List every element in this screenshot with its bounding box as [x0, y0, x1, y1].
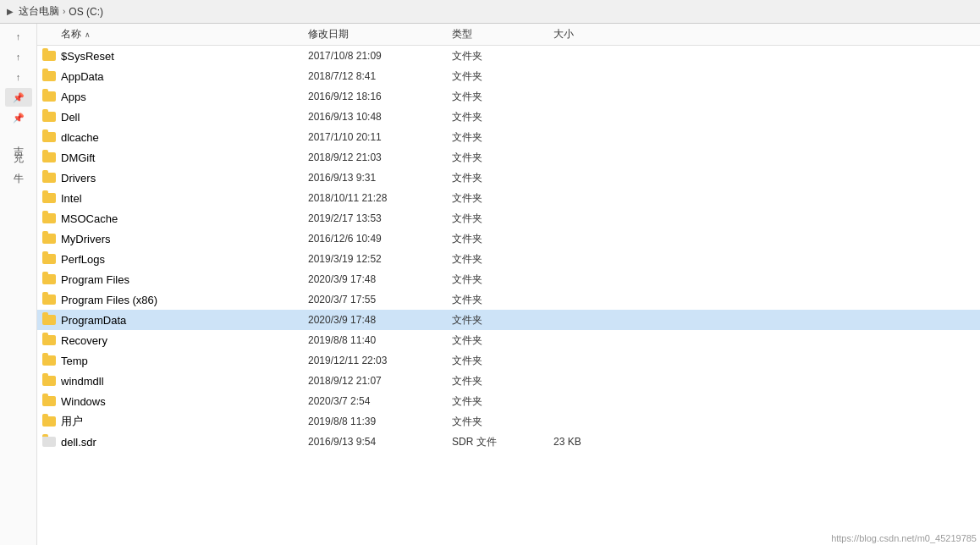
file-type-2: 文件夹: [452, 90, 553, 104]
file-name-10: PerfLogs: [61, 253, 308, 266]
file-date-4: 2017/1/10 20:11: [308, 131, 452, 143]
file-type-17: 文件夹: [452, 394, 553, 409]
file-icon-15: [37, 355, 61, 366]
file-icon-16: [37, 376, 61, 386]
file-date-0: 2017/10/8 21:09: [308, 50, 452, 62]
col-name-label: 名称: [61, 27, 81, 41]
file-name-18: 用户: [61, 414, 308, 429]
col-header-date[interactable]: 修改日期: [308, 27, 452, 41]
file-date-19: 2016/9/13 9:54: [308, 436, 452, 448]
sidebar: ↑ ↑ ↑ 📌 📌 吉 充 牛: [0, 24, 37, 545]
sidebar-pin-btn-2[interactable]: 📌: [5, 108, 32, 127]
file-name-19: dell.sdr: [61, 436, 308, 449]
file-type-1: 文件夹: [452, 69, 553, 84]
table-row[interactable]: Intel 2018/10/11 21:28 文件夹: [37, 188, 980, 208]
file-icon-3: [37, 112, 61, 122]
file-type-10: 文件夹: [452, 252, 553, 267]
file-type-11: 文件夹: [452, 272, 553, 287]
file-date-7: 2018/10/11 21:28: [308, 192, 452, 204]
file-date-8: 2019/2/17 13:53: [308, 212, 452, 224]
table-row[interactable]: windmdll 2018/9/12 21:07 文件夹: [37, 371, 980, 391]
table-row[interactable]: Apps 2016/9/12 18:16 文件夹: [37, 86, 980, 107]
file-name-7: Intel: [61, 192, 308, 205]
file-date-13: 2020/3/9 17:48: [308, 314, 452, 326]
sort-arrow: ∧: [85, 30, 91, 39]
file-type-12: 文件夹: [452, 293, 553, 307]
file-name-3: Dell: [61, 111, 308, 124]
file-type-0: 文件夹: [452, 49, 553, 63]
table-row[interactable]: Drivers 2016/9/13 9:31 文件夹: [37, 168, 980, 188]
table-row[interactable]: 用户 2019/8/8 11:39 文件夹: [37, 411, 980, 432]
file-date-12: 2020/3/7 17:55: [308, 294, 452, 306]
file-date-5: 2018/9/12 21:03: [308, 151, 452, 163]
table-row[interactable]: MyDrivers 2016/12/6 10:49 文件夹: [37, 228, 980, 249]
file-name-4: dlcache: [61, 131, 308, 144]
table-row[interactable]: dell.sdr 2016/9/13 9:54 SDR 文件 23 KB: [37, 432, 980, 452]
file-icon-19: [37, 437, 61, 447]
file-icon-9: [37, 234, 61, 244]
sidebar-niu-btn[interactable]: 牛: [5, 169, 32, 188]
col-header-name[interactable]: 名称 ∧: [37, 27, 308, 41]
file-name-8: MSOCache: [61, 212, 308, 225]
sidebar-ji-btn[interactable]: 吉: [5, 129, 32, 147]
file-icon-6: [37, 173, 61, 183]
table-row[interactable]: MSOCache 2019/2/17 13:53 文件夹: [37, 208, 980, 228]
file-name-5: DMGift: [61, 151, 308, 164]
file-date-14: 2019/8/8 11:40: [308, 334, 452, 346]
table-row[interactable]: dlcache 2017/1/10 20:11 文件夹: [37, 127, 980, 147]
sidebar-chong-btn[interactable]: 充: [5, 149, 32, 168]
sidebar-pin-btn-1[interactable]: 📌: [5, 88, 32, 107]
table-row[interactable]: AppData 2018/7/12 8:41 文件夹: [37, 66, 980, 86]
watermark: https://blog.csdn.net/m0_45219785: [831, 533, 977, 543]
file-icon-11: [37, 274, 61, 284]
file-icon-12: [37, 295, 61, 305]
file-size-19: 23 KB: [553, 436, 638, 448]
file-name-12: Program Files (x86): [61, 294, 308, 306]
table-row[interactable]: PerfLogs 2019/3/19 12:52 文件夹: [37, 249, 980, 269]
table-row[interactable]: ProgramData 2020/3/9 17:48 文件夹: [37, 310, 980, 330]
file-icon-18: [37, 416, 61, 427]
file-date-1: 2018/7/12 8:41: [308, 70, 452, 82]
table-row[interactable]: Windows 2020/3/7 2:54 文件夹: [37, 391, 980, 411]
sidebar-up-btn-3[interactable]: ↑: [5, 68, 32, 86]
table-row[interactable]: Dell 2016/9/13 10:48 文件夹: [37, 107, 980, 127]
file-type-15: 文件夹: [452, 354, 553, 368]
col-header-type[interactable]: 类型: [452, 27, 553, 41]
breadcrumb-os-c[interactable]: OS (C:): [69, 6, 103, 18]
sidebar-up-btn-2[interactable]: ↑: [5, 47, 32, 66]
file-name-9: MyDrivers: [61, 233, 308, 245]
table-row[interactable]: Temp 2019/12/11 22:03 文件夹: [37, 350, 980, 371]
file-type-16: 文件夹: [452, 374, 553, 388]
file-icon-0: [37, 51, 61, 61]
breadcrumb-separator-1: ›: [63, 7, 65, 16]
file-name-16: windmdll: [61, 375, 308, 388]
table-row[interactable]: Program Files (x86) 2020/3/7 17:55 文件夹: [37, 289, 980, 310]
file-date-11: 2020/3/9 17:48: [308, 273, 452, 285]
content-area: 名称 ∧ 修改日期 类型 大小 $SysReset 2017/10/8 21:0…: [37, 24, 980, 545]
file-name-0: $SysReset: [61, 50, 308, 63]
table-row[interactable]: Recovery 2019/8/8 11:40 文件夹: [37, 330, 980, 350]
file-name-1: AppData: [61, 70, 308, 83]
column-header: 名称 ∧ 修改日期 类型 大小: [37, 24, 980, 46]
file-name-13: ProgramData: [61, 314, 308, 327]
file-type-4: 文件夹: [452, 130, 553, 145]
file-type-9: 文件夹: [452, 232, 553, 246]
breadcrumb-back-icon[interactable]: ▶: [7, 7, 14, 16]
file-type-19: SDR 文件: [452, 435, 553, 449]
table-row[interactable]: $SysReset 2017/10/8 21:09 文件夹: [37, 46, 980, 66]
table-row[interactable]: Program Files 2020/3/9 17:48 文件夹: [37, 269, 980, 289]
file-date-2: 2016/9/12 18:16: [308, 91, 452, 102]
file-date-3: 2016/9/13 10:48: [308, 111, 452, 123]
file-type-18: 文件夹: [452, 415, 553, 429]
col-header-size[interactable]: 大小: [553, 27, 638, 41]
sidebar-up-btn-1[interactable]: ↑: [5, 27, 32, 46]
file-date-16: 2018/9/12 21:07: [308, 375, 452, 387]
file-type-5: 文件夹: [452, 151, 553, 165]
file-date-9: 2016/12/6 10:49: [308, 233, 452, 245]
breadcrumb-bar: ▶ 这台电脑 › OS (C:): [0, 0, 980, 24]
table-row[interactable]: DMGift 2018/9/12 21:03 文件夹: [37, 147, 980, 168]
file-date-17: 2020/3/7 2:54: [308, 395, 452, 407]
breadcrumb-this-pc[interactable]: 这台电脑: [19, 4, 59, 19]
file-type-6: 文件夹: [452, 171, 553, 185]
file-icon-17: [37, 396, 61, 406]
